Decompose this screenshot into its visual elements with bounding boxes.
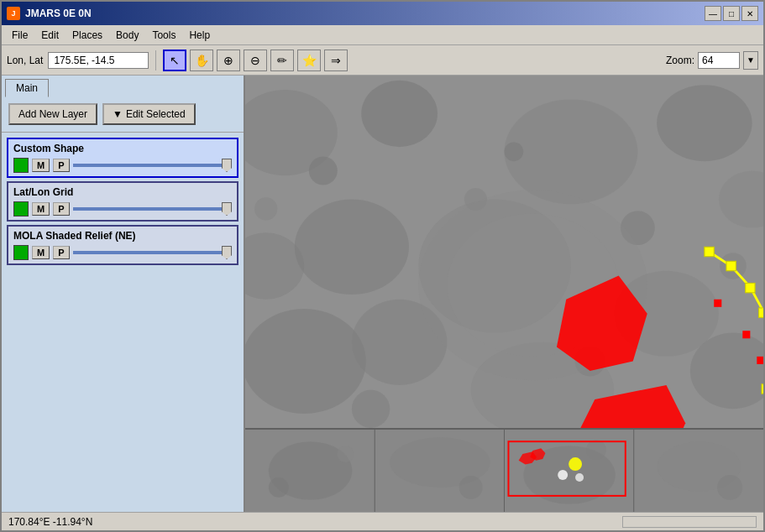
svg-rect-30 — [705, 247, 714, 256]
svg-point-4 — [657, 85, 752, 161]
svg-point-21 — [254, 197, 277, 220]
edit-selected-label: Edit Selected — [126, 108, 186, 120]
layer-row-custom-shape: M P — [13, 158, 232, 173]
svg-point-20 — [505, 142, 524, 161]
layer-list: Custom Shape M P Lat/Lon Grid — [2, 133, 244, 512]
svg-point-3 — [505, 99, 638, 204]
content-area: Main Add New Layer ▼ Edit Selected Custo… — [2, 76, 763, 512]
select-tool-button[interactable]: ↖ — [163, 50, 186, 71]
edit-selected-button[interactable]: ▼ Edit Selected — [102, 103, 196, 125]
layer-row-mola-relief: M P — [13, 245, 232, 260]
svg-point-48 — [586, 440, 606, 460]
svg-rect-31 — [726, 261, 736, 270]
layer-slider-mola-relief[interactable] — [73, 251, 232, 254]
svg-point-49 — [717, 475, 742, 500]
layer-p-button-latlon-grid[interactable]: P — [53, 202, 69, 216]
coord-input[interactable] — [48, 52, 149, 69]
layer-color-custom-shape[interactable] — [13, 158, 29, 173]
layer-name-mola-relief: MOLA Shaded Relief (NE) — [13, 230, 232, 242]
zoom-label: Zoom: — [666, 55, 694, 66]
menu-places[interactable]: Places — [65, 28, 109, 43]
titlebar-left: J JMARS 0E 0N — [7, 7, 92, 20]
left-panel: Main Add New Layer ▼ Edit Selected Custo… — [2, 76, 245, 512]
map-area — [245, 76, 763, 512]
svg-point-53 — [569, 457, 582, 471]
layer-name-latlon-grid: Lat/Lon Grid — [13, 186, 232, 198]
layer-item-latlon-grid[interactable]: Lat/Lon Grid M P — [7, 181, 238, 222]
pan-tool-button[interactable]: ✋ — [190, 50, 213, 71]
menu-file[interactable]: File — [5, 28, 34, 43]
map-svg — [245, 76, 763, 428]
layer-slider-thumb-mola-relief — [222, 246, 232, 259]
menu-body[interactable]: Body — [109, 28, 145, 43]
layer-item-custom-shape[interactable]: Custom Shape M P — [7, 138, 238, 178]
layer-row-latlon-grid: M P — [13, 201, 232, 216]
main-map[interactable] — [245, 76, 763, 428]
svg-rect-36 — [762, 384, 763, 394]
layer-p-button-custom-shape[interactable]: P — [53, 159, 69, 172]
titlebar: J JMARS 0E 0N — □ ✕ — [2, 2, 763, 25]
measure-tool-button[interactable]: ✏ — [270, 50, 294, 71]
svg-rect-33 — [759, 308, 763, 317]
svg-point-55 — [575, 473, 584, 482]
svg-rect-29 — [757, 357, 763, 364]
layer-slider-latlon-grid[interactable] — [73, 207, 232, 211]
statusbar: 170.84°E -11.94°N — [2, 512, 763, 530]
menubar: File Edit Places Body Tools Help — [2, 25, 763, 45]
layer-slider-thumb-custom-shape — [222, 159, 232, 172]
svg-point-18 — [352, 390, 390, 428]
maximize-button[interactable]: □ — [723, 6, 740, 21]
menu-help[interactable]: Help — [182, 28, 217, 43]
menu-tools[interactable]: Tools — [145, 28, 182, 43]
stamp-tool-button[interactable]: ⇒ — [324, 50, 348, 71]
svg-point-54 — [558, 470, 568, 480]
bookmark-tool-button[interactable]: ⭐ — [297, 50, 321, 71]
main-window: J JMARS 0E 0N — □ ✕ File Edit Places Bod… — [0, 0, 765, 532]
layer-m-button-custom-shape[interactable]: M — [32, 159, 50, 172]
zoom-input[interactable] — [698, 52, 740, 69]
layer-color-latlon-grid[interactable] — [13, 201, 29, 216]
add-new-layer-button[interactable]: Add New Layer — [8, 103, 97, 125]
layer-m-button-mola-relief[interactable]: M — [32, 246, 50, 259]
layer-color-mola-relief[interactable] — [13, 245, 29, 260]
layer-controls: Add New Layer ▼ Edit Selected — [2, 96, 244, 133]
minimize-button[interactable]: — — [705, 6, 721, 21]
separator-1 — [155, 50, 156, 70]
zoom-in-tool-button[interactable]: ⊕ — [217, 50, 240, 71]
layer-p-button-mola-relief[interactable]: P — [53, 246, 69, 259]
layer-slider-thumb-latlon-grid — [222, 202, 232, 216]
strip-map-svg — [245, 430, 763, 512]
coord-label: Lon, Lat — [7, 55, 43, 66]
layer-name-custom-shape: Custom Shape — [13, 143, 232, 154]
zoom-dropdown-button[interactable]: ▼ — [743, 51, 758, 70]
horizontal-scrollbar[interactable] — [622, 516, 757, 528]
svg-point-6 — [295, 200, 409, 295]
close-button[interactable]: ✕ — [741, 6, 758, 21]
svg-point-46 — [337, 446, 354, 462]
svg-rect-27 — [714, 300, 721, 307]
edit-selected-arrow: ▼ — [113, 108, 123, 120]
svg-point-14 — [309, 156, 338, 185]
zoom-out-tool-button[interactable]: ⊖ — [244, 50, 267, 71]
svg-rect-32 — [746, 283, 755, 292]
layer-slider-custom-shape[interactable] — [73, 164, 232, 167]
strip-map[interactable] — [245, 428, 763, 512]
layer-item-mola-relief[interactable]: MOLA Shaded Relief (NE) M P — [7, 225, 238, 265]
tab-main[interactable]: Main — [5, 79, 49, 97]
layer-m-button-latlon-grid[interactable]: M — [32, 202, 50, 216]
svg-point-2 — [361, 81, 438, 147]
svg-point-9 — [245, 309, 366, 414]
status-coords: 170.84°E -11.94°N — [8, 516, 92, 528]
app-icon: J — [7, 7, 20, 20]
toolbar: Lon, Lat ↖ ✋ ⊕ ⊖ ✏ ⭐ ⇒ Zoom: ▼ — [2, 45, 763, 76]
svg-point-45 — [269, 477, 289, 498]
titlebar-buttons: — □ ✕ — [705, 6, 758, 21]
svg-point-47 — [459, 476, 483, 499]
svg-rect-28 — [742, 331, 750, 338]
tab-bar: Main — [2, 76, 244, 96]
menu-edit[interactable]: Edit — [34, 28, 65, 43]
window-title: JMARS 0E 0N — [25, 8, 92, 19]
